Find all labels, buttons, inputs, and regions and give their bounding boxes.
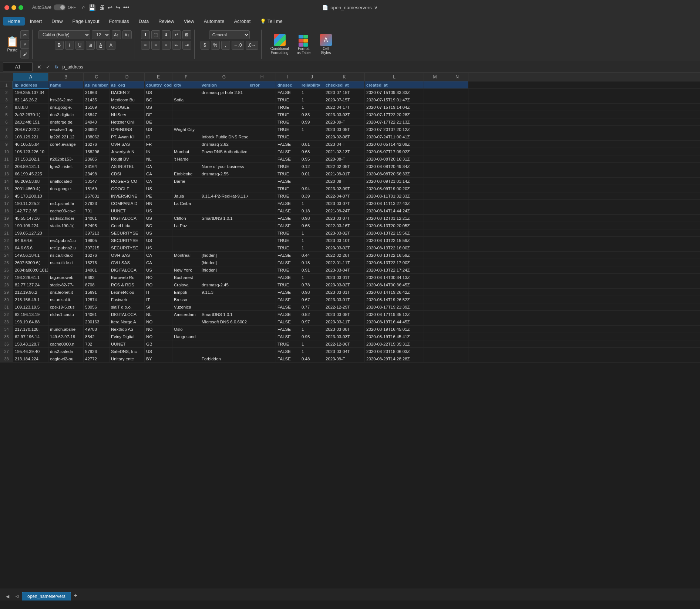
cell[interactable]: Eviny Digital [110, 333, 145, 340]
cell[interactable] [446, 215, 468, 222]
cell[interactable]: 37.153.202.1 [13, 155, 48, 162]
cell[interactable]: 0.52 [300, 311, 324, 318]
cell[interactable] [200, 326, 248, 333]
cell[interactable] [172, 104, 200, 111]
merge-button[interactable]: ⊠ [182, 30, 191, 39]
menu-home[interactable]: Home [3, 17, 25, 26]
cell[interactable]: DE [145, 118, 172, 125]
cell[interactable] [200, 126, 248, 133]
cell[interactable]: 9.11.4-P2-RedHat-9.11.4-2 [200, 192, 248, 199]
cell[interactable]: Microsoft DNS 6.0.6002 (1 [200, 318, 248, 325]
cell-M1[interactable] [424, 81, 446, 88]
menu-acrobat[interactable]: Acrobat [229, 17, 255, 26]
cell[interactable] [200, 333, 248, 340]
cell[interactable] [446, 252, 468, 259]
cell[interactable] [248, 340, 276, 347]
cell[interactable]: static-82-77- [48, 281, 84, 288]
cell[interactable] [200, 237, 248, 244]
cell[interactable]: 8.8.8.8 [13, 104, 48, 111]
cell[interactable]: FALSE [276, 222, 300, 229]
cell[interactable] [300, 178, 324, 185]
cell[interactable] [424, 266, 446, 273]
cell[interactable]: 2020-08-13T22:17:24Z [365, 266, 424, 273]
cell[interactable] [446, 355, 468, 362]
cell[interactable]: NL [145, 155, 172, 162]
confirm-formula-button[interactable]: ✓ [44, 63, 52, 71]
cell[interactable] [446, 266, 468, 273]
increase-decimal-button[interactable]: .0→ [246, 41, 258, 50]
cell[interactable]: 1 [300, 348, 324, 355]
cell[interactable]: dns.google. [48, 185, 84, 192]
cell[interactable] [248, 148, 276, 155]
cell[interactable]: NO [145, 318, 172, 325]
menu-data[interactable]: Data [134, 17, 153, 26]
cell[interactable]: 36692 [84, 126, 110, 133]
cell[interactable]: NO [145, 333, 172, 340]
cell[interactable]: nldns1.cactu [48, 311, 84, 318]
cell[interactable]: 2023-09-T [324, 118, 365, 125]
cell[interactable]: Leonet4clou [110, 289, 145, 296]
cell[interactable]: 2022-01-11T [324, 259, 365, 266]
cell[interactable] [424, 355, 446, 362]
cell[interactable]: Bucharest [172, 274, 200, 281]
cell[interactable]: ID [145, 133, 172, 140]
cell[interactable]: AS-IRISTEL [110, 163, 145, 170]
cell[interactable] [48, 318, 84, 325]
cell[interactable]: 193.19.64.88 [13, 318, 48, 325]
cell[interactable]: Bresso [172, 296, 200, 303]
cell[interactable] [446, 333, 468, 340]
cell[interactable]: Mumbai [172, 148, 200, 155]
cell[interactable]: tag.euroweb [48, 274, 84, 281]
cell[interactable]: 2023-03-08T [324, 311, 365, 318]
cell[interactable]: FALSE [276, 148, 300, 155]
cell[interactable]: 2020-08-08T20:49:34Z [365, 163, 424, 170]
cell[interactable]: 149.62-97-19 [48, 333, 84, 340]
cell[interactable]: 213.184.224. [13, 355, 48, 362]
cell-E1[interactable]: country_code [145, 81, 172, 88]
cell[interactable]: Medicom Bu [110, 96, 145, 103]
cell[interactable]: FALSE [276, 89, 300, 96]
cell[interactable] [200, 104, 248, 111]
cell[interactable]: 2023-03-04T [324, 348, 365, 355]
cell[interactable] [248, 126, 276, 133]
cell[interactable]: 2020-07-15T [324, 96, 365, 103]
paste-button[interactable]: 📋 Paste [6, 37, 19, 52]
cell[interactable]: FALSE [276, 318, 300, 325]
cell[interactable]: 0.12 [300, 163, 324, 170]
home-icon[interactable]: ⌂ [82, 4, 85, 11]
cell[interactable]: 267831 [84, 192, 110, 199]
copy-button[interactable]: ⎘ [20, 40, 29, 49]
cell[interactable] [172, 207, 200, 214]
cell[interactable]: UUNET [110, 340, 145, 347]
cell[interactable] [424, 133, 446, 140]
cell[interactable]: 2020-08-17T19:21:39Z [365, 303, 424, 310]
wrap-text-button[interactable]: ↵ [172, 30, 181, 39]
cell[interactable]: usdns2.hidei [48, 215, 84, 222]
cell[interactable]: None of your business [200, 163, 248, 170]
cell[interactable]: 82.146.26.2 [13, 96, 48, 103]
cell[interactable] [200, 200, 248, 207]
cell[interactable]: 2023-02-08T [324, 133, 365, 140]
cell[interactable]: TRUE [276, 192, 300, 199]
cell[interactable]: DIGITALOCA [110, 266, 145, 273]
cell[interactable]: FALSE [276, 289, 300, 296]
cell[interactable]: FR [145, 141, 172, 148]
cell[interactable]: 2020-08-13T20:20:05Z [365, 222, 424, 229]
cell[interactable]: 0.94 [300, 185, 324, 192]
cell[interactable]: FALSE [276, 311, 300, 318]
cell[interactable] [424, 274, 446, 281]
cell[interactable] [172, 229, 200, 236]
cell[interactable]: FALSE [276, 303, 300, 310]
cell[interactable] [424, 348, 446, 355]
cell[interactable]: SmartDNS 1.0.1 [200, 311, 248, 318]
print-icon[interactable]: 🖨 [99, 4, 105, 11]
more-icon[interactable]: ••• [123, 4, 129, 11]
col-header-J[interactable]: J [300, 73, 324, 81]
cell[interactable]: IT [145, 296, 172, 303]
cell[interactable]: 149.56.184.1 [13, 252, 48, 259]
cell[interactable]: 1 [300, 244, 324, 251]
cell[interactable]: 16276 [84, 259, 110, 266]
cell[interactable]: US [145, 207, 172, 214]
cell[interactable]: 0.44 [300, 252, 324, 259]
cell[interactable]: ns.ca.tilde.cl [48, 252, 84, 259]
